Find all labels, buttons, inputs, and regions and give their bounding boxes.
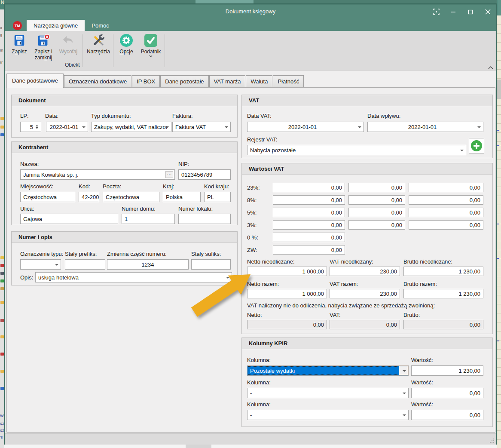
opis-combobox[interactable]: usługa hotelowa bbox=[35, 272, 232, 282]
vat-netto-field[interactable]: 0,00 bbox=[273, 245, 345, 255]
vat-brutto-field[interactable]: 0,00 bbox=[409, 208, 483, 217]
vat-vat-field[interactable]: 0,00 bbox=[348, 183, 405, 192]
vat-vat-field[interactable]: 0,00 bbox=[348, 195, 405, 205]
netto-razem-field[interactable]: 1 000,00 bbox=[247, 289, 327, 298]
wartosc-field-3[interactable]: 0,00 bbox=[411, 410, 483, 420]
numer-domu-field[interactable]: 1 bbox=[122, 214, 175, 224]
dropdown-arrow-icon bbox=[225, 126, 228, 130]
vat-nieodliczany-field[interactable]: 230,00 bbox=[330, 267, 400, 276]
save-icon bbox=[12, 33, 27, 48]
wartosc-field-2[interactable]: 0,00 bbox=[411, 388, 483, 398]
vat-brutto-field[interactable]: 0,00 bbox=[409, 220, 483, 230]
tab-vat-marza[interactable]: VAT marża bbox=[209, 75, 246, 88]
oznaczenie-typu-dropdown[interactable] bbox=[20, 259, 61, 270]
brutto-nieodliczane-label: Brutto nieodliczane: bbox=[403, 258, 452, 265]
focus-icon bbox=[433, 9, 440, 15]
background-window-top bbox=[4, 0, 497, 3]
netto-nieodliczane-field[interactable]: 1 000,00 bbox=[247, 267, 327, 276]
miejscowosc-field[interactable]: Częstochowa bbox=[20, 192, 75, 202]
zapisz-i-zamknij-button[interactable]: Zapisz izamknij bbox=[31, 33, 55, 67]
file-icon bbox=[0, 264, 4, 267]
tab-ip-box[interactable]: IP BOX bbox=[132, 75, 160, 88]
file-icon bbox=[0, 287, 4, 290]
folder-icon bbox=[0, 126, 4, 129]
vat-netto-field[interactable]: 0,00 bbox=[273, 208, 345, 217]
add-rejestr-button[interactable] bbox=[469, 138, 484, 153]
ribbon-tab-pomoc[interactable]: Pomoc bbox=[85, 20, 116, 31]
data-wplywu-dropdown[interactable]: 2022-01-01 bbox=[367, 122, 483, 132]
podatnik-button[interactable]: Podatnik bbox=[139, 33, 163, 67]
chevron-up-icon bbox=[488, 66, 493, 69]
typ-dokumentu-dropdown[interactable]: Zakupy, wydatki, VAT naliczoı bbox=[91, 122, 171, 132]
titlebar[interactable]: Dokument księgowy bbox=[5, 4, 496, 20]
vat-vat-field[interactable]: 0,00 bbox=[348, 220, 405, 230]
nazwa-more-button[interactable]: ··· bbox=[165, 171, 173, 178]
staly-sufiks-field[interactable] bbox=[191, 259, 231, 270]
kolumna-label: Kolumna: bbox=[247, 379, 271, 386]
tab-platnosc[interactable]: Płatność bbox=[273, 75, 304, 88]
nazwa-field[interactable]: Janina Kowalska sp. j. ··· bbox=[20, 169, 175, 180]
poczta-field[interactable]: Częstochowa bbox=[103, 192, 159, 202]
data-dropdown[interactable]: 2022-01-01 bbox=[46, 122, 88, 132]
brutto-razem-field[interactable]: 1 230,00 bbox=[403, 289, 483, 298]
background-titlebar-fragment bbox=[497, 0, 501, 15]
maximize-icon bbox=[468, 9, 473, 15]
vat-netto-field[interactable]: 0,00 bbox=[273, 220, 345, 230]
group-wartosci-vat-header: Wartości VAT bbox=[242, 163, 492, 175]
app-logo[interactable]: TM bbox=[13, 21, 22, 30]
spinner-arrows[interactable] bbox=[34, 123, 40, 131]
tab-dane-podstawowe[interactable]: Dane podstawowe bbox=[6, 74, 64, 88]
data-wplywu-label: Data wpływu: bbox=[367, 113, 400, 119]
faktura-dropdown[interactable]: Faktura VAT bbox=[172, 122, 231, 132]
folder-icon bbox=[0, 117, 4, 120]
maximize-button[interactable] bbox=[462, 4, 479, 20]
vat-netto-field[interactable]: 0,00 bbox=[273, 233, 345, 242]
narzedzia-button[interactable]: Narzędzia bbox=[86, 33, 111, 67]
poczta-label: Poczta: bbox=[103, 183, 121, 190]
ribbon-tab-narzedzia-glowne[interactable]: Narzędzia główne bbox=[27, 20, 85, 31]
tab-dane-pozostale[interactable]: Dane pozostałe bbox=[160, 75, 208, 88]
data-label: Data: bbox=[45, 113, 58, 119]
vat-zwolniona-field: 0,00 bbox=[330, 320, 400, 329]
ribbon-tabrow: TM Narzędzia główne Pomoc bbox=[5, 20, 496, 31]
kolumna-dropdown-1[interactable]: Pozostałe wydatki bbox=[247, 365, 409, 376]
vat-vat-field[interactable]: 0,00 bbox=[348, 208, 405, 217]
dropdown-arrow-icon bbox=[403, 414, 406, 418]
zapisz-button[interactable]: Zapisz bbox=[8, 33, 31, 67]
kolumna-dropdown-2[interactable]: - bbox=[247, 388, 409, 398]
rejestr-vat-dropdown[interactable]: Nabycia pozostałe bbox=[247, 145, 466, 155]
opis-label: Opis: bbox=[20, 274, 33, 281]
zmienna-czesc-field[interactable]: 1234 bbox=[107, 259, 189, 270]
minimize-button[interactable] bbox=[445, 4, 462, 20]
vat-razem-field[interactable]: 230,00 bbox=[330, 289, 400, 298]
opcje-button[interactable]: Opcje bbox=[116, 33, 137, 67]
dialog-dokument-ksiegowy: Dokument księgowy bbox=[4, 3, 497, 445]
ribbon-collapse-button[interactable] bbox=[488, 66, 493, 69]
vat-netto-field[interactable]: 0,00 bbox=[273, 195, 345, 205]
vat-brutto-field[interactable]: 0,00 bbox=[409, 183, 483, 192]
kod-field[interactable]: 42-200 bbox=[79, 192, 99, 202]
ulica-field[interactable]: Gajowa bbox=[20, 214, 118, 224]
tab-waluta[interactable]: Waluta bbox=[246, 75, 272, 88]
lp-label: LP: bbox=[20, 113, 29, 119]
numer-lokalu-field[interactable] bbox=[178, 214, 231, 224]
vat-rate-label: 5%: bbox=[247, 209, 257, 216]
vat-brutto-field[interactable]: 0,00 bbox=[409, 195, 483, 205]
lp-spinner[interactable]: 5 bbox=[20, 122, 41, 132]
resize-grip[interactable] bbox=[489, 438, 495, 443]
focus-mode-button[interactable] bbox=[428, 4, 445, 20]
group-dokument-header: Dokument bbox=[12, 95, 237, 106]
staly-prefiks-field[interactable] bbox=[65, 259, 105, 270]
wartosc-field-1[interactable]: 1 230,00 bbox=[411, 365, 483, 376]
kraj-field[interactable]: Polska bbox=[163, 192, 201, 202]
tab-oznaczenia-dodatkowe[interactable]: Oznaczenia dodatkowe bbox=[64, 75, 131, 88]
brutto-nieodliczane-field[interactable]: 1 230,00 bbox=[403, 267, 483, 276]
file-icon bbox=[0, 272, 4, 275]
data-vat-dropdown[interactable]: 2022-01-01 bbox=[247, 122, 364, 132]
vat-razem-label: VAT razem: bbox=[330, 281, 358, 287]
kod-kraju-field[interactable]: PL bbox=[204, 192, 231, 202]
vat-netto-field[interactable]: 0,00 bbox=[273, 183, 345, 192]
kolumna-dropdown-3[interactable]: - bbox=[247, 410, 409, 420]
nip-field[interactable]: 0123456789 bbox=[178, 169, 231, 180]
close-button[interactable] bbox=[479, 4, 496, 20]
